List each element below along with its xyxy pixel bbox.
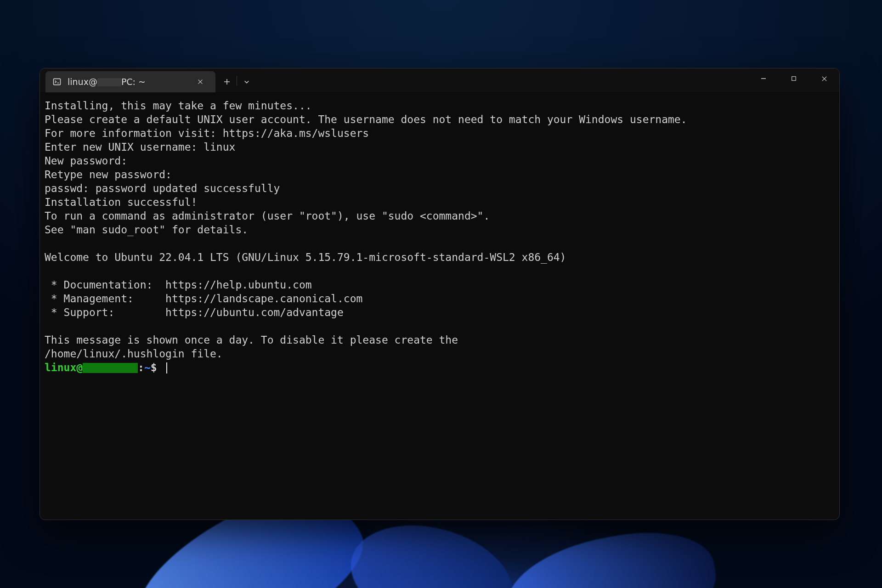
terminal-line: Welcome to Ubuntu 22.04.1 LTS (GNU/Linux… [45, 251, 566, 263]
terminal-line: * Documentation: https://help.ubuntu.com [45, 279, 312, 291]
terminal-line: This message is shown once a day. To dis… [45, 334, 458, 346]
terminal-line: /home/linux/.hushlogin file. [45, 348, 223, 360]
minimize-button[interactable] [748, 68, 779, 89]
terminal-line: passwd: password updated successfully [45, 182, 280, 194]
tab-dropdown-button[interactable] [240, 75, 254, 89]
terminal-line: For more information visit: https://aka.… [45, 127, 369, 139]
tab-title-user: linux@ [68, 77, 97, 87]
terminal-line: Please create a default UNIX user accoun… [45, 113, 687, 125]
prompt-path: ~ [144, 362, 151, 373]
prompt-user: linux@ [45, 362, 83, 373]
tab-separator [237, 76, 237, 86]
prompt-symbol: $ [151, 362, 157, 373]
terminal-line: * Support: https://ubuntu.com/advantage [45, 306, 344, 318]
cursor [166, 362, 167, 373]
new-tab-button[interactable] [220, 75, 234, 89]
terminal-line: Installing, this may take a few minutes.… [45, 100, 312, 112]
terminal-output[interactable]: Installing, this may take a few minutes.… [40, 92, 839, 520]
terminal-line: Installation successful! [45, 196, 197, 208]
terminal-line: New password: [45, 155, 127, 167]
terminal-line: * Management: https://landscape.canonica… [45, 293, 362, 305]
maximize-button[interactable] [779, 68, 809, 89]
tab-close-button[interactable] [193, 75, 207, 89]
prompt-sep: : [138, 362, 144, 373]
terminal-window: linux@PC: ~ Installing, this may take a [40, 68, 840, 520]
terminal-line: Enter new UNIX username: linux [45, 141, 235, 153]
tab-title: linux@PC: ~ [68, 77, 188, 87]
svg-rect-0 [54, 79, 61, 85]
close-button[interactable] [809, 68, 839, 89]
terminal-line: See "man sudo_root" for details. [45, 224, 248, 236]
tab-title-redacted-host [97, 78, 121, 86]
terminal-icon [52, 77, 62, 87]
terminal-line: Retype new password: [45, 169, 172, 181]
titlebar: linux@PC: ~ [40, 68, 839, 92]
window-controls [748, 68, 839, 89]
svg-rect-1 [792, 77, 796, 81]
tab-active[interactable]: linux@PC: ~ [45, 71, 215, 92]
terminal-line: To run a command as administrator (user … [45, 210, 490, 222]
tab-title-path: PC: ~ [121, 77, 146, 87]
prompt-redacted-host [83, 363, 138, 373]
